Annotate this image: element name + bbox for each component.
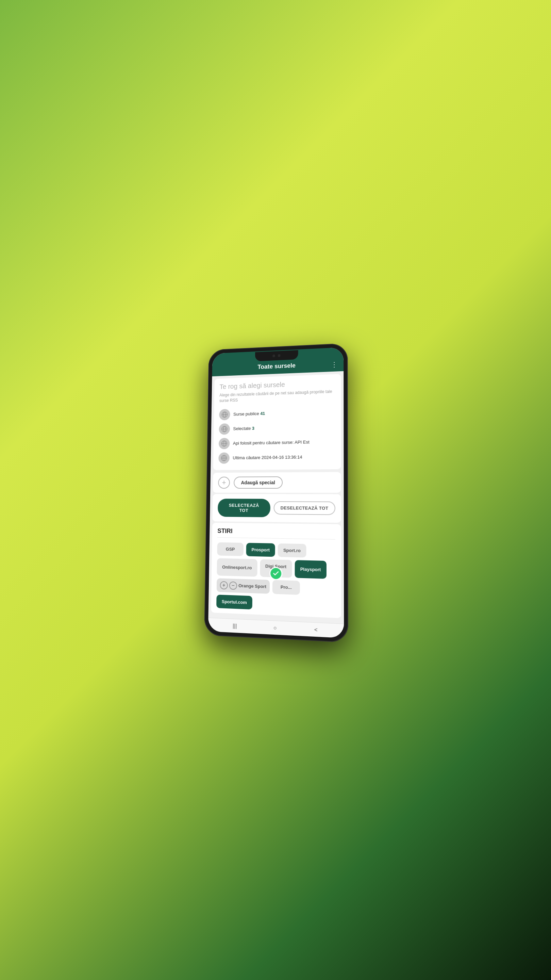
source-chips-grid: GSP Prosport Sport.ro Onlinesport.ro Dig… bbox=[216, 542, 335, 613]
menu-icon[interactable]: ⋮ bbox=[331, 360, 338, 369]
page-title: Toate sursele bbox=[257, 362, 295, 371]
public-sources-icon bbox=[219, 409, 230, 420]
phone-screen: Toate sursele ⋮ Te rog să alegi sursele … bbox=[208, 347, 344, 638]
add-special-section: + Adaugă special bbox=[213, 472, 341, 493]
info-row-selected: Selectate 3 bbox=[219, 419, 335, 437]
public-sources-text: Surse publice 41 bbox=[233, 411, 265, 417]
info-card-title: Te rog să alegi sursele bbox=[219, 379, 335, 391]
source-chip-sportulcom[interactable]: Sportul.com bbox=[216, 595, 252, 609]
last-search-text: Ultima căutare 2024-04-16 13:36:14 bbox=[233, 455, 302, 460]
source-chip-prosport[interactable]: Prosport bbox=[246, 543, 275, 557]
sources-section: STIRI GSP Prosport Sport.ro Onlinesport.… bbox=[211, 523, 341, 618]
source-chip-pro[interactable]: Pro... bbox=[272, 580, 300, 595]
source-chip-gsp[interactable]: GSP bbox=[217, 542, 243, 556]
orangesport-label: Orange Sport bbox=[238, 583, 266, 589]
source-chip-orangesport-wrapper: + − Orange Sport bbox=[217, 578, 270, 594]
selected-count: 3 bbox=[252, 426, 254, 431]
plus-icon: + bbox=[222, 478, 226, 487]
scroll-area[interactable]: Te rog să alegi sursele Alege din rezult… bbox=[208, 371, 344, 624]
info-row-api: Api folosit pentru căutare surse: API Es… bbox=[219, 434, 335, 451]
nav-back-icon[interactable]: ||| bbox=[233, 623, 237, 629]
api-text: Api folosit pentru căutare surse: API Es… bbox=[233, 440, 310, 446]
phone-notch bbox=[255, 350, 298, 361]
selected-sources-text: Selectate 3 bbox=[233, 426, 254, 431]
last-search-icon bbox=[218, 452, 230, 463]
info-card: Te rog să alegi sursele Alege din rezult… bbox=[213, 374, 341, 470]
nav-home-icon[interactable]: ○ bbox=[273, 624, 277, 631]
zoom-out-icon[interactable]: − bbox=[229, 581, 237, 590]
nav-recent-icon[interactable]: < bbox=[314, 627, 318, 633]
source-chip-digisport-wrapper: Digi Sport bbox=[260, 559, 292, 578]
notch-dot-left bbox=[272, 355, 275, 357]
info-card-subtitle: Alege din rezultatele căutării de pe net… bbox=[219, 388, 335, 404]
action-section: SELECTEAZĂ TOT DESELECTEAZĂ TOT bbox=[213, 494, 341, 523]
api-icon bbox=[219, 438, 230, 449]
public-sources-count: 41 bbox=[260, 411, 265, 416]
sources-section-title: STIRI bbox=[218, 527, 335, 539]
source-chip-sportro[interactable]: Sport.ro bbox=[278, 543, 306, 557]
digisport-checkmark bbox=[269, 566, 282, 580]
add-special-button[interactable]: Adaugă special bbox=[233, 476, 283, 488]
source-chip-onlinesport[interactable]: Onlinesport.ro bbox=[217, 558, 257, 576]
phone-frame: Toate sursele ⋮ Te rog să alegi sursele … bbox=[204, 343, 348, 643]
zoom-in-icon[interactable]: + bbox=[220, 581, 228, 589]
notch-dot-right bbox=[278, 354, 281, 357]
info-row-last-search: Ultima căutare 2024-04-16 13:36:14 bbox=[218, 449, 335, 465]
add-circle-icon[interactable]: + bbox=[218, 476, 230, 488]
source-chip-playsport[interactable]: Playsport bbox=[295, 560, 327, 579]
selected-sources-icon bbox=[219, 423, 230, 435]
deselect-all-button[interactable]: DESELECTEAZĂ TOT bbox=[274, 501, 335, 515]
select-all-button[interactable]: SELECTEAZĂ TOT bbox=[218, 498, 270, 517]
